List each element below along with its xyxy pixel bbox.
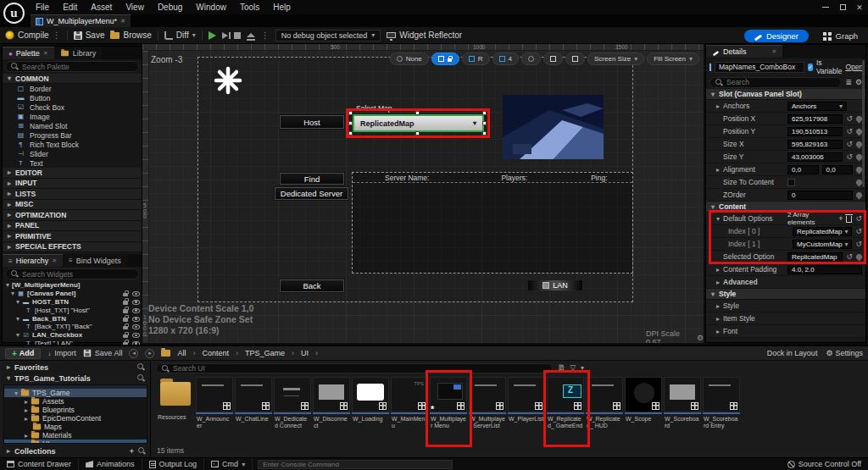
trash-icon[interactable] bbox=[846, 216, 852, 223]
index-1-dropdown[interactable]: MyCustomMap▾ bbox=[793, 240, 852, 249]
asset-tile[interactable]: W_Dedicated Connect bbox=[274, 377, 311, 451]
tab-library[interactable]: Library bbox=[54, 47, 103, 59]
localization-preview-chip[interactable]: None bbox=[390, 53, 429, 65]
details-scrollbar[interactable] bbox=[862, 60, 865, 187]
bind-icon[interactable] bbox=[855, 252, 864, 261]
palette-category-misc[interactable]: ▸MISC bbox=[3, 200, 142, 211]
zorder-field[interactable]: 0 bbox=[787, 191, 853, 200]
widget-name-field[interactable] bbox=[715, 62, 804, 73]
add-element-icon[interactable]: + bbox=[838, 214, 843, 223]
tree-node-assets[interactable]: ▸Assets bbox=[4, 397, 147, 406]
tree-node-materials[interactable]: ▸Materials bbox=[4, 431, 147, 440]
is-variable-checkbox[interactable]: ✓ bbox=[808, 64, 813, 71]
hierarchy-close-icon[interactable]: ✕ bbox=[52, 257, 57, 264]
save-all-button[interactable]: Save All bbox=[83, 349, 123, 357]
lock-icon[interactable] bbox=[123, 298, 129, 305]
search-icon[interactable] bbox=[137, 363, 145, 371]
eye-icon[interactable] bbox=[132, 323, 140, 330]
breadcrumb-content[interactable]: Content bbox=[202, 349, 229, 357]
tab-details[interactable]: Details ✕ bbox=[706, 45, 782, 58]
caret-right-icon[interactable]: ▸ bbox=[716, 102, 720, 110]
search-icon[interactable] bbox=[137, 374, 145, 382]
cmd-dropdown[interactable]: >_Cmd▾ bbox=[204, 458, 253, 470]
breadcrumb-all[interactable]: All bbox=[177, 349, 186, 357]
content-drawer-button[interactable]: Content Drawer bbox=[0, 458, 79, 470]
palette-category-optimization[interactable]: ▸OPTIMIZATION bbox=[3, 210, 142, 221]
compile-options-icon[interactable]: ⋮ bbox=[53, 30, 61, 40]
menu-file[interactable]: File bbox=[29, 0, 56, 14]
hierarchy-row-lancheckbox[interactable]: ▾☑LAN_Checkbox bbox=[3, 331, 142, 340]
lock-icon[interactable] bbox=[123, 307, 129, 313]
palette-category-common[interactable]: ▾ COMMON bbox=[3, 74, 142, 84]
console-command-input[interactable] bbox=[258, 460, 453, 469]
asset-tile[interactable]: W_MainMenu bbox=[391, 377, 428, 451]
tree-node-ui[interactable]: ▸UI bbox=[4, 440, 147, 444]
asset-tile[interactable]: W_Multiplayer ServerList bbox=[469, 377, 506, 451]
asset-tile[interactable]: W_Scope bbox=[625, 377, 662, 451]
compile-button[interactable]: Compile ⋮ bbox=[5, 30, 61, 40]
hierarchy-row-hosttxt[interactable]: T[Host_TXT] "Host" bbox=[3, 306, 142, 314]
menu-view[interactable]: View bbox=[119, 0, 151, 14]
selection-handle[interactable] bbox=[482, 111, 487, 115]
selection-handle[interactable] bbox=[348, 111, 353, 115]
collections-header[interactable]: ▸ Collections + bbox=[2, 445, 151, 456]
index-0-dropdown[interactable]: ReplicatedMap▾ bbox=[793, 227, 852, 236]
output-log-button[interactable]: Output Log bbox=[142, 458, 205, 470]
palette-category-primitive[interactable]: ▸PRIMITIVE bbox=[3, 231, 142, 242]
asset-tile[interactable]: W_Scoreboard Entry bbox=[703, 377, 740, 451]
asset-tile[interactable]: W_Replicated_ HUD bbox=[586, 377, 623, 451]
tab-close-icon[interactable]: ✕ bbox=[120, 18, 125, 25]
eye-icon[interactable] bbox=[132, 290, 140, 297]
asset-tile-multiplayer-menu[interactable]: * W_Multiplayer Menu bbox=[430, 377, 467, 451]
palette-category-panel[interactable]: ▸PANEL bbox=[3, 221, 142, 232]
hierarchy-row-root[interactable]: ▾[W_MultiplayerMenu] bbox=[3, 281, 142, 290]
tab-asset[interactable]: W_MultiplayerMenu* ✕ bbox=[31, 14, 131, 27]
asset-search-input[interactable] bbox=[173, 364, 547, 373]
filter-icon[interactable]: ▽ bbox=[570, 363, 576, 372]
maximize-button[interactable] bbox=[834, 2, 851, 13]
position-x-field[interactable]: 625,917908 bbox=[787, 114, 843, 124]
asset-tile[interactable]: W_ChatLine bbox=[235, 377, 272, 451]
menu-help[interactable]: Help bbox=[266, 0, 298, 14]
rotation-chip[interactable]: R bbox=[462, 53, 490, 65]
details-search-input[interactable] bbox=[726, 78, 836, 86]
reset-icon[interactable]: ↺ bbox=[855, 215, 862, 223]
fill-screen-dropdown[interactable]: Fill Screen▾ bbox=[647, 53, 699, 65]
lan-checkbox-widget[interactable]: LAN bbox=[527, 279, 583, 291]
palette-item-checkbox[interactable]: ☑Check Box bbox=[3, 102, 142, 112]
menu-asset[interactable]: Asset bbox=[84, 0, 119, 14]
reset-icon[interactable]: ↺ bbox=[846, 253, 853, 261]
reset-icon[interactable]: ↺ bbox=[846, 115, 853, 123]
size-x-field[interactable]: 595,829163 bbox=[787, 140, 843, 149]
lock-icon[interactable] bbox=[123, 332, 129, 339]
palette-item-richtext[interactable]: ¶Rich Text Block bbox=[3, 140, 142, 149]
designer-canvas[interactable]: 500 1000 1500 500 1000 Zoom -3 None R 4 … bbox=[142, 44, 704, 343]
tree-node-tpsgame[interactable]: ▾ TPS_Game bbox=[4, 389, 147, 397]
selection-handle[interactable] bbox=[415, 111, 420, 115]
play-options-icon[interactable]: ⋮ bbox=[261, 30, 270, 40]
back-nav-button[interactable]: ◂ bbox=[129, 349, 138, 358]
eye-icon[interactable] bbox=[132, 315, 140, 322]
menu-window[interactable]: Window bbox=[189, 0, 233, 14]
palette-category-editor[interactable]: ▸EDITOR bbox=[3, 168, 142, 179]
asset-tile[interactable]: W_Announcer bbox=[196, 377, 233, 451]
add-button[interactable]: +Add bbox=[5, 348, 41, 359]
lock-icon[interactable] bbox=[123, 290, 129, 297]
reset-icon[interactable]: ↺ bbox=[846, 141, 853, 148]
asset-tile-resources[interactable]: Resources bbox=[157, 377, 194, 451]
step-button[interactable] bbox=[222, 32, 228, 39]
row-style[interactable]: ▸Style bbox=[706, 300, 865, 312]
hierarchy-row-backbtn[interactable]: ▾▬Back_BTN bbox=[3, 314, 142, 323]
outline-toggle-chip[interactable] bbox=[521, 53, 541, 65]
find-button-widget[interactable]: Find bbox=[280, 173, 344, 185]
bind-icon[interactable] bbox=[855, 191, 864, 199]
asset-tile[interactable]: W_PlayerList bbox=[508, 377, 545, 451]
eye-icon[interactable] bbox=[132, 298, 140, 305]
row-item-style[interactable]: ▸Item Style bbox=[706, 312, 865, 325]
palette-item-button[interactable]: ▬Button bbox=[3, 93, 142, 102]
tree-node-epicdemocontent[interactable]: ▸EpicDemoContent bbox=[4, 414, 147, 423]
selection-handle[interactable] bbox=[348, 121, 353, 125]
palette-close-icon[interactable]: ✕ bbox=[43, 50, 48, 57]
tree-node-blueprints[interactable]: ▸Blueprints bbox=[4, 406, 147, 414]
reset-icon[interactable]: ↺ bbox=[846, 128, 853, 135]
